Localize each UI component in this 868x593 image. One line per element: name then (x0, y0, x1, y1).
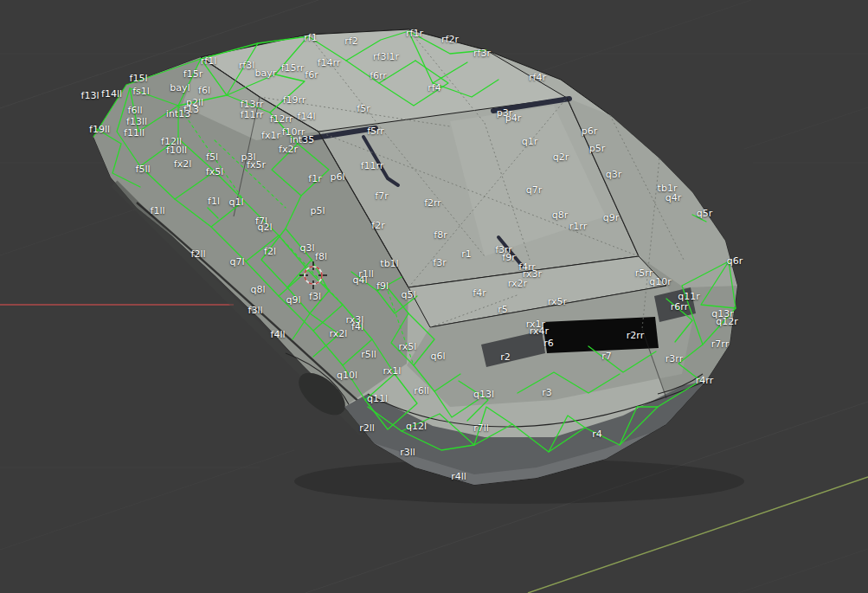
viewport-scene (0, 0, 868, 593)
license-plate (543, 317, 659, 353)
3d-viewport[interactable]: rf1rf2rf1rrf2rrf3rrf1lrf3lbayrf15rrf14rr… (0, 0, 868, 593)
